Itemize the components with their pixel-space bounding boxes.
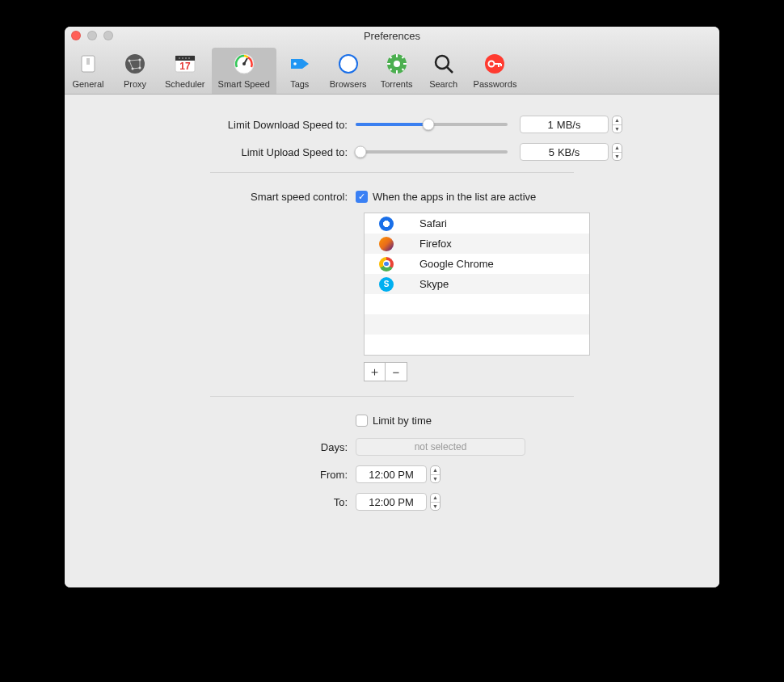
to-time-stepper[interactable]: ▲ ▼ [430,493,440,511]
list-item[interactable]: Safari [365,213,589,234]
stepper-down-icon[interactable]: ▼ [431,503,440,511]
upload-speed-stepper[interactable]: ▲ ▼ [612,143,622,161]
tag-icon [287,51,313,77]
add-app-button[interactable]: ＋ [365,363,386,381]
smart-speed-checkbox[interactable]: ✓ [356,191,368,203]
limit-by-time-label: Limit by time [373,415,432,427]
app-name: Google Chrome [419,258,494,270]
divider [210,172,574,173]
svg-point-9 [179,57,180,59]
stepper-up-icon[interactable]: ▲ [431,466,440,475]
network-icon [122,51,148,77]
tab-smart-speed[interactable]: Smart Speed [212,48,276,94]
smart-speed-checkbox-label: When the apps in the list are active [373,191,536,203]
list-item[interactable]: S Skype [365,274,589,294]
download-speed-label: Limit Download Speed to: [89,119,356,131]
apps-list[interactable]: Safari Firefox Google Chrome S Skype [364,213,590,356]
tab-label: Torrents [381,79,413,89]
preferences-window: Preferences General Proxy 17 Scheduler S [65,27,719,587]
smart-speed-label: Smart speed control: [89,191,356,203]
close-window-button[interactable] [71,31,81,40]
remove-app-button[interactable]: − [386,363,407,381]
stepper-up-icon[interactable]: ▲ [613,116,622,125]
download-speed-slider[interactable] [356,123,508,126]
tab-label: Passwords [474,79,517,89]
svg-rect-25 [403,63,407,65]
svg-line-31 [447,67,453,73]
svg-point-10 [182,57,183,59]
svg-point-2 [125,54,145,74]
days-label: Days: [89,441,356,453]
tab-torrents[interactable]: Torrents [373,48,420,94]
tab-passwords[interactable]: Passwords [467,48,524,94]
list-item[interactable]: Firefox [365,234,589,254]
upload-speed-value[interactable]: 5 KB/s [520,143,609,161]
upload-speed-slider[interactable] [356,150,508,154]
search-icon [431,51,457,77]
window-title: Preferences [65,30,719,42]
tab-label: General [72,79,103,89]
smart-speed-pane: Limit Download Speed to: 1 MB/s ▲ ▼ Limi… [65,95,719,587]
list-item-empty [365,335,589,355]
key-icon [482,51,508,77]
svg-point-11 [185,57,187,59]
tab-label: Tags [290,79,309,89]
window-controls [71,31,113,40]
stepper-down-icon[interactable]: ▼ [613,125,622,133]
list-item[interactable]: Google Chrome [365,254,589,274]
switch-icon [75,51,101,77]
stepper-down-icon[interactable]: ▼ [431,475,440,483]
list-item-empty [365,314,589,335]
svg-rect-1 [86,58,90,65]
minimize-window-button[interactable] [87,31,97,40]
compass-icon [335,51,361,77]
from-time-stepper[interactable]: ▲ ▼ [430,465,440,483]
app-name: Skype [419,278,449,290]
days-selector[interactable]: not selected [356,438,525,456]
skype-icon: S [379,277,394,292]
tab-label: Search [429,79,457,89]
from-label: From: [89,469,356,481]
stepper-up-icon[interactable]: ▲ [613,144,622,153]
to-label: To: [89,496,356,508]
stepper-up-icon[interactable]: ▲ [431,494,440,503]
smart-speed-row: Smart speed control: ✓ When the apps in … [89,191,695,203]
tab-tags[interactable]: Tags [276,48,323,94]
preferences-toolbar: General Proxy 17 Scheduler Smart Speed T… [65,44,719,95]
svg-point-17 [293,62,297,65]
stepper-down-icon[interactable]: ▼ [613,153,622,161]
list-item-empty [365,294,589,314]
tab-general[interactable]: General [65,48,112,94]
gear-icon [384,51,410,77]
svg-point-21 [394,61,400,67]
app-name: Firefox [419,238,452,250]
svg-point-19 [340,56,356,72]
days-row: Days: not selected [89,438,695,456]
chrome-icon [379,257,394,272]
to-time-field[interactable]: 12:00 PM [356,493,427,511]
upload-speed-row: Limit Upload Speed to: 5 KB/s ▲ ▼ [89,143,695,161]
tab-browsers[interactable]: Browsers [323,48,373,94]
from-time-field[interactable]: 12:00 PM [356,465,427,483]
download-speed-stepper[interactable]: ▲ ▼ [612,116,622,133]
download-speed-row: Limit Download Speed to: 1 MB/s ▲ ▼ [89,116,695,133]
tab-proxy[interactable]: Proxy [112,48,158,94]
app-name: Safari [419,217,447,229]
tab-search[interactable]: Search [420,48,467,94]
svg-point-12 [188,57,190,59]
tab-scheduler[interactable]: 17 Scheduler [158,48,212,94]
apps-list-buttons: ＋ − [364,362,407,381]
firefox-icon [379,237,394,251]
time-limit-section: Limit by time Days: not selected From: 1… [89,415,695,511]
zoom-window-button[interactable] [103,31,113,40]
svg-text:17: 17 [179,61,191,72]
tab-label: Proxy [124,79,146,89]
limit-by-time-checkbox[interactable] [356,415,368,427]
tab-label: Browsers [330,79,367,89]
titlebar: Preferences [65,27,719,44]
gauge-icon [231,51,257,77]
safari-icon [379,217,394,231]
svg-rect-24 [387,63,390,65]
download-speed-value[interactable]: 1 MB/s [520,116,609,133]
to-row: To: 12:00 PM ▲ ▼ [89,493,695,511]
